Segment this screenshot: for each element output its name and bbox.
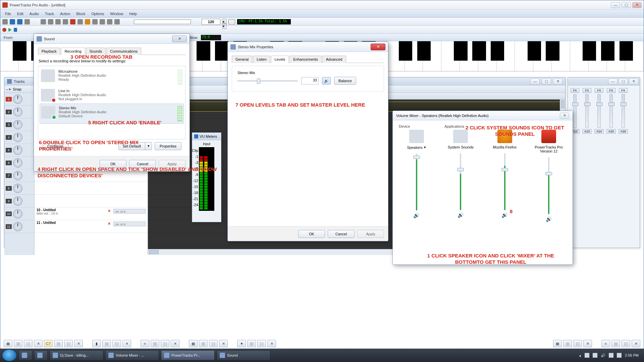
taskbar-volmixer[interactable]: Volume Mixer - ... [105,350,159,360]
sb-btn-4[interactable]: ✕ [34,340,43,347]
sb-btn-6[interactable]: ▢ [64,340,73,347]
sb-g2-4[interactable]: ✕ [122,340,131,347]
sb-g5-3[interactable]: ▢ [257,340,266,347]
tempo-extra[interactable] [228,19,235,24]
tab-levels[interactable]: Levels [271,56,289,63]
tool-c-icon[interactable] [55,19,61,24]
device-line-in[interactable]: Line In Realtek High Definition Audio No… [40,87,184,104]
taskbar-powertracks[interactable]: PowerTracks Pr... [161,350,215,360]
tool-b-icon[interactable] [48,19,53,24]
tray-icon[interactable] [585,353,589,358]
powertracks-fader[interactable] [544,157,553,214]
play-icon[interactable] [8,28,12,32]
tempo-field[interactable]: 120 [202,19,220,25]
volmix-close[interactable]: ✕ [560,113,569,119]
tray-flag-icon[interactable] [617,353,622,358]
stop-icon[interactable] [14,28,17,32]
tray-speaker-icon[interactable]: 🔊 [601,353,605,358]
tracks-close[interactable]: ✕ [553,78,562,84]
sb-g2-1[interactable]: ▮ [92,340,101,347]
record-icon[interactable] [2,28,6,32]
tool-g-icon[interactable] [85,19,90,24]
fader[interactable] [573,94,577,128]
track-10-info[interactable]: 10 - Untitled MIDI out: , Ch 0 ✕ -24 -12… [35,207,148,220]
sb-btn-7[interactable]: ✕ [74,340,83,347]
snap-label[interactable]: Snap [13,87,21,91]
set-default-dropdown[interactable]: ▾ [145,142,152,150]
level-slider[interactable] [237,77,298,84]
level-value[interactable]: 33 [301,77,319,84]
speaker-mute-icon[interactable]: 🔊 [545,216,552,223]
sb-btn-5[interactable]: ◫ [54,340,63,347]
tab-advanced[interactable]: Advanced [322,56,346,63]
taskbar-calendar[interactable] [34,350,48,360]
menu-help[interactable]: Help [126,11,140,16]
tracks-min[interactable]: — [530,78,540,84]
save-as-icon[interactable] [17,19,22,24]
tool-e-icon[interactable] [70,19,75,24]
sb-g4-4[interactable]: ✕ [219,340,228,347]
save-icon[interactable] [10,19,15,24]
sb-c7-button[interactable]: C7 [44,340,53,347]
tool-h-icon[interactable] [92,19,98,24]
sb-g3-1[interactable]: ≡ [141,340,149,347]
sm-ok-button[interactable]: OK [298,230,325,238]
tab-enhancements[interactable]: Enhancements [289,56,321,63]
track-num-1[interactable]: 1 [6,97,12,102]
speakers-icon[interactable] [409,130,424,143]
tab-general[interactable]: General [232,56,252,63]
taskbar-explorer[interactable] [19,350,32,360]
device-microphone[interactable]: Microphone Realtek High Definition Audio… [40,67,184,87]
sm-cancel-button[interactable]: Cancel [328,230,355,238]
speaker-mute-icon[interactable]: 🔊 [413,213,420,219]
mute-toggle[interactable]: 🔊 [322,77,331,84]
sb-g4-1[interactable]: ▦ [189,340,198,347]
firefox-fader[interactable] [500,153,509,210]
sb-g5-2[interactable]: ◫ [247,340,256,347]
sb-btn-3[interactable]: ▢ [24,340,33,347]
sb-g7-3[interactable]: ▢ [622,340,630,347]
sound-close-button[interactable]: ✕ [172,36,187,42]
menu-track[interactable]: Track [42,11,57,16]
new-icon[interactable] [2,19,8,24]
taskbar-sound[interactable]: Sound [217,350,270,360]
tool-j-icon[interactable] [107,19,112,24]
sb-btn-1[interactable]: ▦ [4,340,12,347]
sb-g5-1[interactable]: ✷ [237,340,246,347]
speakers-fader[interactable] [412,154,421,210]
menu-block[interactable]: Block [74,11,88,16]
sb-g7-4[interactable]: ✕ [632,340,640,347]
menu-action[interactable]: Action [57,11,73,16]
sb-g7-2[interactable]: ◫ [611,340,620,347]
balance-button[interactable]: Balance [334,77,356,85]
properties-button[interactable]: Properties [155,142,181,150]
tab-playback[interactable]: Playback [38,48,60,55]
sb-g6-2[interactable]: ◫ [563,340,572,347]
tray-network-icon[interactable] [609,353,613,358]
chevron-down-icon[interactable]: ▾ [424,145,426,149]
sb-g6-4[interactable]: ✕ [583,340,592,347]
tool-k-icon[interactable] [114,19,120,24]
sb-g6-1[interactable]: ▦ [553,340,562,347]
tray-expand-icon[interactable]: ▴ [579,353,581,358]
menu-edit[interactable]: Edit [14,11,26,16]
menu-file[interactable]: File [2,11,14,16]
mute-icon[interactable]: ✕ [108,209,111,213]
mini-fader[interactable]: -24 -12 0 [113,222,146,226]
tool-i-icon[interactable] [100,19,105,24]
sb-g4-2[interactable]: ◫ [199,340,208,347]
speaker-mute-icon[interactable]: 🔊 [501,212,508,219]
sm-apply-button[interactable]: Apply [357,230,384,238]
mini-fader[interactable]: -24 -12 0 [113,209,146,214]
mute-icon[interactable]: ✕ [108,222,111,226]
sb-btn-2[interactable]: ◫ [14,340,22,347]
sb-g7-1[interactable]: ≡ [601,340,610,347]
mixer-min[interactable]: — [608,78,618,84]
taskbar-djdave[interactable]: Dj Dave - killing... [50,350,103,360]
sb-g3-3[interactable]: ▢ [161,340,169,347]
tool-a-icon[interactable] [41,19,46,24]
start-button[interactable] [2,349,17,361]
menu-options[interactable]: Options [89,11,107,16]
system-sounds-fader[interactable] [456,153,465,210]
menu-audio[interactable]: Audio [27,11,42,16]
